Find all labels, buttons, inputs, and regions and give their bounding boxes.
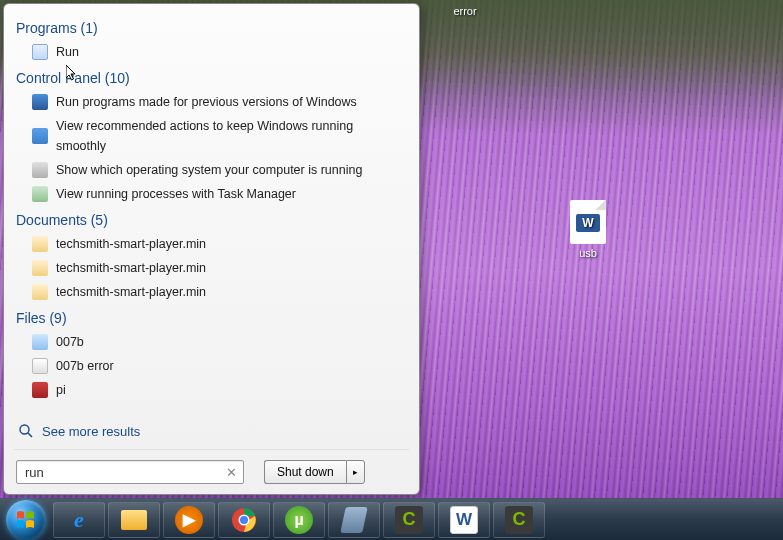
generic-app-icon <box>340 507 368 533</box>
result-label: 007b error <box>56 356 114 376</box>
chrome-icon <box>230 506 258 534</box>
result-label: pi <box>56 380 66 400</box>
ie-icon: e <box>65 506 93 534</box>
taskmgr-icon <box>32 186 48 202</box>
flag-icon <box>32 128 48 144</box>
svg-line-1 <box>28 433 32 437</box>
more-results-label: See more results <box>42 424 140 439</box>
result-label: Run programs made for previous versions … <box>56 92 357 112</box>
section-header-documents: Documents (5) <box>16 212 409 228</box>
chevron-right-icon: ▸ <box>353 467 358 477</box>
windows-logo-icon <box>15 509 37 531</box>
result-file[interactable]: 007b <box>14 330 409 354</box>
info-icon <box>32 162 48 178</box>
file-icon <box>32 284 48 300</box>
shutdown-label: Shut down <box>277 465 334 479</box>
result-label: techsmith-smart-player.min <box>56 282 206 302</box>
taskbar-camtasia[interactable]: C <box>383 502 435 538</box>
result-action-center[interactable]: View recommended actions to keep Windows… <box>14 114 409 158</box>
search-input-value: run <box>25 465 44 480</box>
search-results: Programs (1) Run Control Panel (10) Run … <box>14 14 409 419</box>
file-icon <box>32 236 48 252</box>
taskbar-explorer[interactable] <box>108 502 160 538</box>
result-compat[interactable]: Run programs made for previous versions … <box>14 90 409 114</box>
result-label: 007b <box>56 332 84 352</box>
section-header-control-panel: Control Panel (10) <box>16 70 409 86</box>
taskbar-utorrent[interactable]: µ <box>273 502 325 538</box>
folder-icon <box>121 510 147 530</box>
start-menu-bottom: run ✕ Shut down ▸ <box>14 458 409 486</box>
result-doc[interactable]: techsmith-smart-player.min <box>14 232 409 256</box>
taskbar-camtasia-editor[interactable]: C <box>493 502 545 538</box>
shutdown-options-button[interactable]: ▸ <box>346 460 365 484</box>
shutdown-button[interactable]: Shut down <box>264 460 346 484</box>
search-input[interactable]: run ✕ <box>16 460 244 484</box>
utorrent-icon: µ <box>285 506 313 534</box>
word-icon: W <box>450 506 478 534</box>
shield-icon <box>32 94 48 110</box>
result-label: View recommended actions to keep Windows… <box>56 116 405 156</box>
taskbar-chrome[interactable] <box>218 502 270 538</box>
taskbar-ie[interactable]: e <box>53 502 105 538</box>
file-icon <box>32 260 48 276</box>
result-file[interactable]: pi <box>14 378 409 402</box>
svg-point-4 <box>240 516 248 524</box>
desktop-icon-error[interactable]: error <box>435 5 495 17</box>
result-system-info[interactable]: Show which operating system your compute… <box>14 158 409 182</box>
text-file-icon <box>32 358 48 374</box>
result-doc[interactable]: techsmith-smart-player.min <box>14 256 409 280</box>
desktop-icon-label: error <box>435 5 495 17</box>
desktop-icon-usb[interactable]: W usb <box>558 200 618 259</box>
taskbar-word[interactable]: W <box>438 502 490 538</box>
result-label: techsmith-smart-player.min <box>56 234 206 254</box>
start-menu-search-panel: Programs (1) Run Control Panel (10) Run … <box>3 3 420 495</box>
result-label: Run <box>56 42 79 62</box>
archive-icon <box>32 382 48 398</box>
taskbar-app[interactable] <box>328 502 380 538</box>
search-icon <box>18 423 34 439</box>
result-run[interactable]: Run <box>14 40 409 64</box>
run-icon <box>32 44 48 60</box>
desktop-icon-label: usb <box>558 247 618 259</box>
result-taskmgr[interactable]: View running processes with Task Manager <box>14 182 409 206</box>
svg-point-0 <box>20 425 29 434</box>
see-more-results[interactable]: See more results <box>14 419 409 450</box>
taskbar: e ▶ µ C W C <box>0 498 783 540</box>
result-doc[interactable]: techsmith-smart-player.min <box>14 280 409 304</box>
section-header-programs: Programs (1) <box>16 20 409 36</box>
result-label: View running processes with Task Manager <box>56 184 296 204</box>
image-icon <box>32 334 48 350</box>
camtasia-icon: C <box>395 506 423 534</box>
camtasia-editor-icon: C <box>505 506 533 534</box>
shutdown-control: Shut down ▸ <box>264 460 365 484</box>
section-header-files: Files (9) <box>16 310 409 326</box>
result-label: techsmith-smart-player.min <box>56 258 206 278</box>
result-label: Show which operating system your compute… <box>56 160 362 180</box>
result-file[interactable]: 007b error <box>14 354 409 378</box>
start-button[interactable] <box>6 500 46 540</box>
word-document-icon: W <box>570 200 606 244</box>
media-player-icon: ▶ <box>175 506 203 534</box>
clear-search-icon[interactable]: ✕ <box>224 465 239 480</box>
taskbar-media-player[interactable]: ▶ <box>163 502 215 538</box>
